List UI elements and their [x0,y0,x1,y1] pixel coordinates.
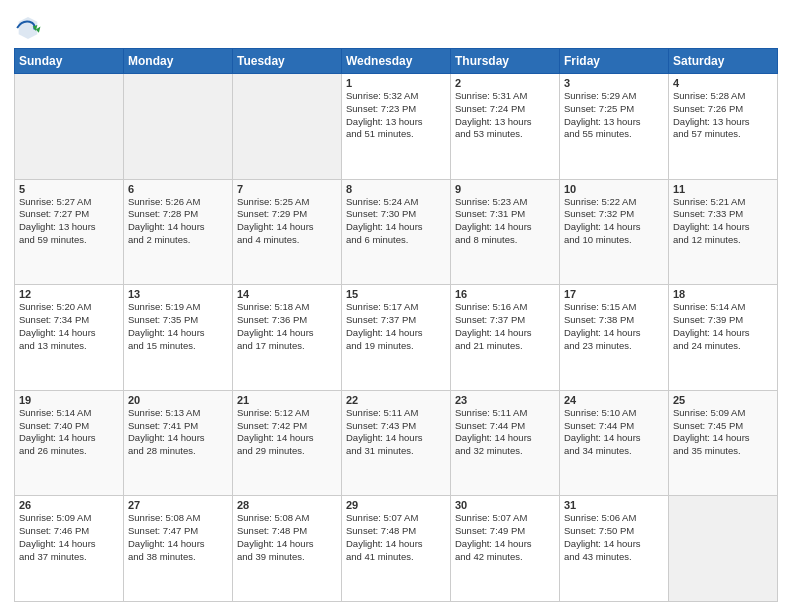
day-info: Sunrise: 5:26 AM Sunset: 7:28 PM Dayligh… [128,196,228,247]
week-row-3: 12Sunrise: 5:20 AM Sunset: 7:34 PM Dayli… [15,285,778,391]
calendar-cell: 13Sunrise: 5:19 AM Sunset: 7:35 PM Dayli… [124,285,233,391]
weekday-header-wednesday: Wednesday [342,49,451,74]
day-number: 31 [564,499,664,511]
calendar-cell: 5Sunrise: 5:27 AM Sunset: 7:27 PM Daylig… [15,179,124,285]
weekday-header-friday: Friday [560,49,669,74]
day-info: Sunrise: 5:06 AM Sunset: 7:50 PM Dayligh… [564,512,664,563]
calendar-cell: 15Sunrise: 5:17 AM Sunset: 7:37 PM Dayli… [342,285,451,391]
calendar-cell [233,74,342,180]
day-number: 2 [455,77,555,89]
day-info: Sunrise: 5:18 AM Sunset: 7:36 PM Dayligh… [237,301,337,352]
calendar-cell: 18Sunrise: 5:14 AM Sunset: 7:39 PM Dayli… [669,285,778,391]
weekday-header-row: SundayMondayTuesdayWednesdayThursdayFrid… [15,49,778,74]
day-info: Sunrise: 5:14 AM Sunset: 7:40 PM Dayligh… [19,407,119,458]
day-info: Sunrise: 5:17 AM Sunset: 7:37 PM Dayligh… [346,301,446,352]
calendar-cell: 29Sunrise: 5:07 AM Sunset: 7:48 PM Dayli… [342,496,451,602]
calendar-cell: 27Sunrise: 5:08 AM Sunset: 7:47 PM Dayli… [124,496,233,602]
day-number: 12 [19,288,119,300]
day-number: 5 [19,183,119,195]
header [14,10,778,42]
weekday-header-saturday: Saturday [669,49,778,74]
weekday-header-sunday: Sunday [15,49,124,74]
calendar-cell: 9Sunrise: 5:23 AM Sunset: 7:31 PM Daylig… [451,179,560,285]
day-number: 8 [346,183,446,195]
day-info: Sunrise: 5:21 AM Sunset: 7:33 PM Dayligh… [673,196,773,247]
day-number: 13 [128,288,228,300]
day-info: Sunrise: 5:25 AM Sunset: 7:29 PM Dayligh… [237,196,337,247]
day-info: Sunrise: 5:16 AM Sunset: 7:37 PM Dayligh… [455,301,555,352]
day-number: 27 [128,499,228,511]
calendar-cell: 1Sunrise: 5:32 AM Sunset: 7:23 PM Daylig… [342,74,451,180]
day-info: Sunrise: 5:23 AM Sunset: 7:31 PM Dayligh… [455,196,555,247]
calendar-cell: 4Sunrise: 5:28 AM Sunset: 7:26 PM Daylig… [669,74,778,180]
day-number: 17 [564,288,664,300]
calendar-cell: 31Sunrise: 5:06 AM Sunset: 7:50 PM Dayli… [560,496,669,602]
day-info: Sunrise: 5:19 AM Sunset: 7:35 PM Dayligh… [128,301,228,352]
calendar-cell: 7Sunrise: 5:25 AM Sunset: 7:29 PM Daylig… [233,179,342,285]
day-info: Sunrise: 5:11 AM Sunset: 7:43 PM Dayligh… [346,407,446,458]
day-info: Sunrise: 5:22 AM Sunset: 7:32 PM Dayligh… [564,196,664,247]
day-info: Sunrise: 5:20 AM Sunset: 7:34 PM Dayligh… [19,301,119,352]
calendar-cell: 10Sunrise: 5:22 AM Sunset: 7:32 PM Dayli… [560,179,669,285]
day-number: 4 [673,77,773,89]
day-info: Sunrise: 5:27 AM Sunset: 7:27 PM Dayligh… [19,196,119,247]
day-number: 1 [346,77,446,89]
day-number: 26 [19,499,119,511]
week-row-1: 1Sunrise: 5:32 AM Sunset: 7:23 PM Daylig… [15,74,778,180]
day-info: Sunrise: 5:11 AM Sunset: 7:44 PM Dayligh… [455,407,555,458]
day-info: Sunrise: 5:07 AM Sunset: 7:49 PM Dayligh… [455,512,555,563]
calendar-cell: 12Sunrise: 5:20 AM Sunset: 7:34 PM Dayli… [15,285,124,391]
week-row-2: 5Sunrise: 5:27 AM Sunset: 7:27 PM Daylig… [15,179,778,285]
page: SundayMondayTuesdayWednesdayThursdayFrid… [0,0,792,612]
day-number: 19 [19,394,119,406]
day-info: Sunrise: 5:29 AM Sunset: 7:25 PM Dayligh… [564,90,664,141]
day-info: Sunrise: 5:14 AM Sunset: 7:39 PM Dayligh… [673,301,773,352]
calendar-cell: 26Sunrise: 5:09 AM Sunset: 7:46 PM Dayli… [15,496,124,602]
calendar-cell: 11Sunrise: 5:21 AM Sunset: 7:33 PM Dayli… [669,179,778,285]
calendar-cell: 20Sunrise: 5:13 AM Sunset: 7:41 PM Dayli… [124,390,233,496]
day-number: 11 [673,183,773,195]
calendar-cell: 24Sunrise: 5:10 AM Sunset: 7:44 PM Dayli… [560,390,669,496]
day-number: 18 [673,288,773,300]
calendar-cell: 6Sunrise: 5:26 AM Sunset: 7:28 PM Daylig… [124,179,233,285]
day-number: 24 [564,394,664,406]
day-number: 14 [237,288,337,300]
calendar-cell: 14Sunrise: 5:18 AM Sunset: 7:36 PM Dayli… [233,285,342,391]
day-number: 30 [455,499,555,511]
day-number: 29 [346,499,446,511]
week-row-4: 19Sunrise: 5:14 AM Sunset: 7:40 PM Dayli… [15,390,778,496]
weekday-header-thursday: Thursday [451,49,560,74]
day-number: 21 [237,394,337,406]
day-info: Sunrise: 5:08 AM Sunset: 7:48 PM Dayligh… [237,512,337,563]
week-row-5: 26Sunrise: 5:09 AM Sunset: 7:46 PM Dayli… [15,496,778,602]
day-number: 22 [346,394,446,406]
calendar-cell [124,74,233,180]
calendar-cell: 28Sunrise: 5:08 AM Sunset: 7:48 PM Dayli… [233,496,342,602]
day-number: 15 [346,288,446,300]
day-number: 9 [455,183,555,195]
weekday-header-tuesday: Tuesday [233,49,342,74]
logo [14,14,44,42]
calendar-cell: 23Sunrise: 5:11 AM Sunset: 7:44 PM Dayli… [451,390,560,496]
day-info: Sunrise: 5:09 AM Sunset: 7:46 PM Dayligh… [19,512,119,563]
calendar-cell [15,74,124,180]
day-number: 28 [237,499,337,511]
day-info: Sunrise: 5:08 AM Sunset: 7:47 PM Dayligh… [128,512,228,563]
calendar-cell: 21Sunrise: 5:12 AM Sunset: 7:42 PM Dayli… [233,390,342,496]
day-info: Sunrise: 5:24 AM Sunset: 7:30 PM Dayligh… [346,196,446,247]
day-info: Sunrise: 5:10 AM Sunset: 7:44 PM Dayligh… [564,407,664,458]
calendar-cell: 2Sunrise: 5:31 AM Sunset: 7:24 PM Daylig… [451,74,560,180]
day-number: 3 [564,77,664,89]
weekday-header-monday: Monday [124,49,233,74]
calendar-cell: 16Sunrise: 5:16 AM Sunset: 7:37 PM Dayli… [451,285,560,391]
day-info: Sunrise: 5:15 AM Sunset: 7:38 PM Dayligh… [564,301,664,352]
calendar-table: SundayMondayTuesdayWednesdayThursdayFrid… [14,48,778,602]
calendar-cell: 22Sunrise: 5:11 AM Sunset: 7:43 PM Dayli… [342,390,451,496]
calendar-cell: 30Sunrise: 5:07 AM Sunset: 7:49 PM Dayli… [451,496,560,602]
day-number: 10 [564,183,664,195]
day-number: 20 [128,394,228,406]
logo-icon [14,14,42,42]
day-info: Sunrise: 5:28 AM Sunset: 7:26 PM Dayligh… [673,90,773,141]
calendar-cell: 17Sunrise: 5:15 AM Sunset: 7:38 PM Dayli… [560,285,669,391]
day-info: Sunrise: 5:07 AM Sunset: 7:48 PM Dayligh… [346,512,446,563]
